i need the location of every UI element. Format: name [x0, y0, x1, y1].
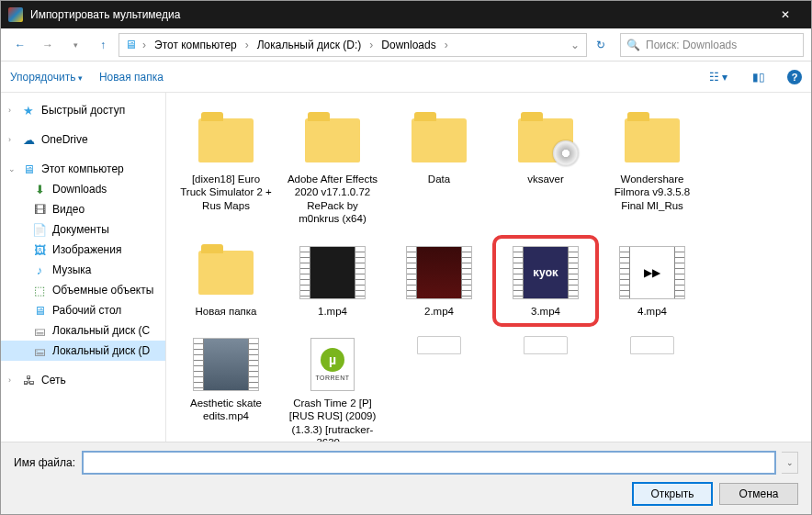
- organize-menu[interactable]: Упорядочить: [10, 71, 83, 84]
- sidebar-images[interactable]: 🖼Изображения: [1, 240, 165, 260]
- disk-icon: 🖴: [32, 343, 47, 358]
- folder-item[interactable]: Data: [389, 106, 490, 232]
- sidebar-3d-objects[interactable]: ⬚Объемные объекты: [1, 280, 165, 300]
- file-item[interactable]: [495, 330, 596, 357]
- folder-item[interactable]: Новая папка: [175, 238, 276, 324]
- file-list[interactable]: [dixen18] Euro Truck Simulator 2 + Rus M…: [166, 93, 811, 442]
- forward-button[interactable]: →: [36, 33, 60, 57]
- filename-label: Имя файла:: [14, 456, 75, 469]
- help-button[interactable]: ?: [787, 70, 802, 84]
- search-placeholder: Поиск: Downloads: [646, 39, 737, 51]
- new-folder-button[interactable]: Новая папка: [99, 71, 164, 84]
- cancel-button[interactable]: Отмена: [719, 483, 798, 505]
- sidebar: ›★Быстрый доступ ›☁OneDrive ⌄🖥Этот компь…: [1, 93, 166, 442]
- recent-dropdown[interactable]: ▾: [63, 33, 87, 57]
- folder-item[interactable]: vksaver: [495, 106, 596, 232]
- file-dialog: Импортировать мультимедиа ✕ ← → ▾ ↑ 🖥 › …: [0, 0, 812, 515]
- breadcrumb[interactable]: 🖥 › Этот компьютер › Локальный диск (D:)…: [118, 33, 587, 57]
- close-icon[interactable]: ✕: [767, 1, 804, 28]
- dialog-footer: Имя файла: ⌄ Открыть Отмена: [1, 442, 811, 514]
- file-item[interactable]: [389, 330, 490, 357]
- video-file-item[interactable]: 1.mp4: [282, 238, 383, 324]
- sidebar-network[interactable]: ›🖧Сеть: [1, 370, 165, 390]
- view-mode-button[interactable]: ☷ ▾: [706, 66, 730, 88]
- filename-row: Имя файла: ⌄: [14, 452, 798, 474]
- sidebar-disk-c[interactable]: 🖴Локальный диск (C: [1, 320, 165, 341]
- chevron-right-icon: ›: [367, 39, 376, 51]
- sidebar-video[interactable]: 🎞Видео: [1, 199, 165, 219]
- preview-pane-button[interactable]: ▮▯: [747, 66, 771, 88]
- star-icon: ★: [21, 103, 36, 118]
- video-file-item[interactable]: Aesthetic skate edits.mp4: [175, 330, 276, 442]
- filename-input[interactable]: [83, 452, 775, 474]
- cloud-icon: ☁: [21, 132, 36, 147]
- sidebar-onedrive[interactable]: ›☁OneDrive: [1, 129, 165, 150]
- torrent-file-item[interactable]: µTORRENTCrash Time 2 [P] [RUS RUS] (2009…: [282, 330, 383, 442]
- back-button[interactable]: ←: [8, 33, 32, 57]
- titlebar: Импортировать мультимедиа ✕: [1, 1, 811, 28]
- folder-item[interactable]: Adobe After Effects 2020 v17.1.0.72 RePa…: [282, 106, 383, 232]
- search-input[interactable]: 🔍 Поиск: Downloads: [620, 33, 804, 57]
- sidebar-music[interactable]: ♪Музыка: [1, 260, 165, 280]
- toolbar: Упорядочить Новая папка ☷ ▾ ▮▯ ?: [1, 62, 811, 93]
- chevron-right-icon: ›: [242, 39, 252, 51]
- cube-icon: ⬚: [32, 283, 47, 297]
- document-icon: 📄: [32, 222, 47, 237]
- video-icon: 🎞: [32, 202, 47, 217]
- breadcrumb-part[interactable]: Локальный диск (D:): [254, 37, 366, 53]
- disk-icon: 🖴: [32, 323, 47, 338]
- download-icon: ⬇: [32, 182, 47, 196]
- app-icon: [8, 7, 23, 22]
- file-item[interactable]: [602, 330, 703, 357]
- video-file-item-highlighted[interactable]: ĸyoĸ3.mp4: [495, 238, 596, 324]
- dropdown-icon[interactable]: ⌄: [568, 39, 582, 51]
- network-icon: 🖧: [21, 373, 36, 387]
- folder-item[interactable]: [dixen18] Euro Truck Simulator 2 + Rus M…: [175, 106, 276, 232]
- sidebar-desktop[interactable]: 🖥Рабочий стол: [1, 300, 165, 320]
- button-row: Открыть Отмена: [14, 483, 798, 505]
- desktop-icon: 🖥: [32, 303, 47, 318]
- sidebar-this-pc[interactable]: ⌄🖥Этот компьютер: [1, 159, 165, 179]
- sidebar-downloads[interactable]: ⬇Downloads: [1, 179, 165, 199]
- music-icon: ♪: [32, 263, 47, 277]
- breadcrumb-part[interactable]: Downloads: [378, 37, 439, 53]
- refresh-button[interactable]: ↻: [591, 39, 616, 51]
- sidebar-quick-access[interactable]: ›★Быстрый доступ: [1, 100, 165, 120]
- pc-icon: 🖥: [123, 38, 138, 52]
- chevron-right-icon: ›: [442, 39, 451, 51]
- breadcrumb-part[interactable]: Этот компьютер: [151, 37, 241, 53]
- up-button[interactable]: ↑: [91, 33, 115, 57]
- open-button[interactable]: Открыть: [633, 483, 712, 505]
- chevron-right-icon: ›: [140, 39, 149, 51]
- folder-item[interactable]: Wondershare Filmora v9.3.5.8 Final MI_Ru…: [602, 106, 703, 232]
- utorrent-icon: µ: [321, 348, 344, 372]
- dialog-body: ›★Быстрый доступ ›☁OneDrive ⌄🖥Этот компь…: [1, 93, 811, 442]
- sidebar-documents[interactable]: 📄Документы: [1, 219, 165, 240]
- search-icon: 🔍: [626, 39, 640, 51]
- video-file-item[interactable]: 2.mp4: [389, 238, 490, 324]
- video-file-item[interactable]: ▶▶4.mp4: [602, 238, 703, 324]
- image-icon: 🖼: [32, 242, 47, 257]
- pc-icon: 🖥: [21, 162, 36, 176]
- filename-dropdown[interactable]: ⌄: [782, 452, 798, 474]
- window-title: Импортировать мультимедиа: [30, 8, 767, 21]
- sidebar-disk-d[interactable]: 🖴Локальный диск (D: [1, 341, 165, 361]
- address-bar: ← → ▾ ↑ 🖥 › Этот компьютер › Локальный д…: [1, 28, 811, 62]
